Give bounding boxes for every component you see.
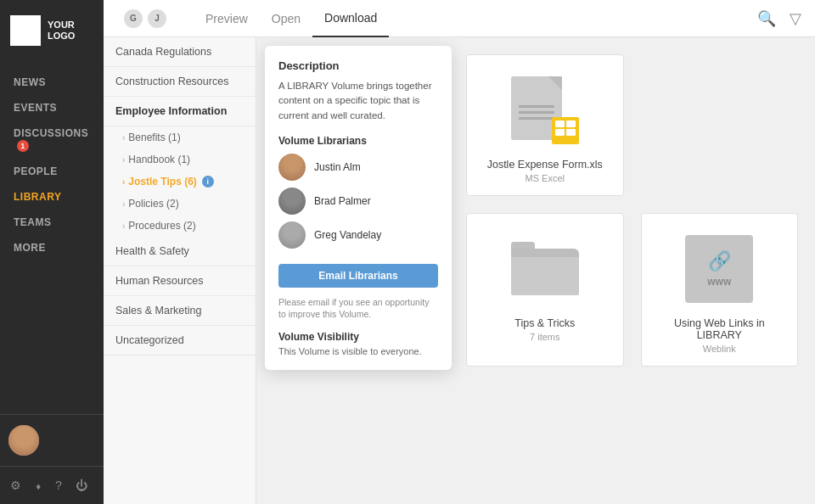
- sidebar-bottom: [0, 414, 104, 466]
- sidebar-item-news[interactable]: NEWS: [0, 70, 104, 95]
- tab-download[interactable]: Download: [312, 0, 389, 37]
- topbar-right: 🔍 ▽: [757, 9, 801, 28]
- logo-box: [10, 15, 41, 46]
- chevron-icon: ›: [122, 155, 125, 165]
- sidebar: YOUR LOGO NEWS EVENTS DISCUSSIONS 1 PEOP…: [0, 0, 104, 504]
- librarian-avatar-brad: [278, 188, 306, 215]
- search-icon[interactable]: 🔍: [757, 9, 776, 28]
- tab-open[interactable]: Open: [260, 0, 312, 37]
- topbar: G J Preview Open Download 🔍 ▽: [104, 0, 815, 37]
- grid-area: Description A LIBRARY Volume brings toge…: [256, 37, 815, 504]
- settings-icon[interactable]: ⚙: [7, 475, 25, 496]
- lib-section-construction[interactable]: Construction Resources: [104, 67, 256, 97]
- popup-description: A LIBRARY Volume brings together content…: [278, 79, 438, 123]
- sidebar-item-library[interactable]: LIBRARY: [0, 184, 104, 210]
- lib-section-uncategorized[interactable]: Uncategorized: [104, 326, 256, 356]
- chevron-icon: ›: [122, 199, 125, 209]
- help-icon[interactable]: ?: [52, 475, 65, 496]
- sidebar-logo: YOUR LOGO: [0, 0, 104, 61]
- lib-section-sales[interactable]: Sales & Marketing: [104, 296, 256, 326]
- sidebar-item-teams[interactable]: TEAMS: [0, 210, 104, 235]
- chevron-icon-active: ›: [122, 177, 125, 187]
- librarians-title: Volume Librarians: [278, 135, 438, 147]
- popup-overlay: Description A LIBRARY Volume brings toge…: [256, 37, 815, 504]
- lib-section-health[interactable]: Health & Safety: [104, 237, 256, 266]
- sidebar-bottom-icons: ⚙ ⬧ ? ⏻: [0, 466, 104, 504]
- logo-text: YOUR LOGO: [48, 20, 93, 42]
- chevron-icon: ›: [122, 133, 125, 143]
- librarian-avatar-justin: [278, 154, 306, 181]
- popup-visibility-text: This Volume is visible to everyone.: [278, 346, 438, 356]
- lib-sub-jostle-tips[interactable]: › Jostle Tips (6) i: [104, 171, 256, 193]
- librarian-row-brad: Brad Palmer: [278, 188, 438, 215]
- sidebar-item-more[interactable]: MORE: [0, 235, 104, 260]
- circle-g[interactable]: G: [124, 9, 143, 28]
- lib-section-employee[interactable]: Employee Information: [104, 97, 256, 126]
- email-librarians-button[interactable]: Email Librarians: [278, 264, 438, 288]
- popup-visibility-title: Volume Visibility: [278, 331, 438, 343]
- librarian-row-greg: Greg Vandelay: [278, 221, 438, 249]
- description-popup: Description A LIBRARY Volume brings toge…: [265, 46, 452, 370]
- librarian-name-greg: Greg Vandelay: [314, 229, 381, 241]
- main-area: G J Preview Open Download 🔍 ▽ Canada Reg…: [104, 0, 815, 504]
- content-area: Canada Regulations Construction Resource…: [104, 37, 815, 504]
- info-icon[interactable]: i: [202, 176, 214, 188]
- chevron-icon: ›: [122, 221, 125, 231]
- tab-preview[interactable]: Preview: [194, 0, 260, 37]
- lib-sub-handbook[interactable]: › Handbook (1): [104, 148, 256, 171]
- sidebar-item-discussions[interactable]: DISCUSSIONS 1: [0, 120, 104, 159]
- sliders-icon[interactable]: ⬧: [31, 475, 45, 496]
- lib-section-hr[interactable]: Human Resources: [104, 266, 256, 296]
- library-nav: Canada Regulations Construction Resource…: [104, 37, 256, 504]
- topbar-nav: Preview Open Download: [194, 0, 737, 37]
- topbar-circles: G J: [117, 9, 173, 28]
- lib-section-canada[interactable]: Canada Regulations: [104, 37, 256, 67]
- lib-sub-procedures[interactable]: › Procedures (2): [104, 215, 256, 237]
- popup-title: Description: [278, 59, 438, 72]
- librarian-name-brad: Brad Palmer: [314, 195, 371, 207]
- circle-j[interactable]: J: [148, 9, 166, 28]
- user-avatar[interactable]: [8, 425, 39, 456]
- popup-note: Please email if you see an opportunity t…: [278, 296, 438, 321]
- sidebar-nav: NEWS EVENTS DISCUSSIONS 1 PEOPLE LIBRARY…: [0, 61, 104, 414]
- filter-icon[interactable]: ▽: [790, 9, 801, 28]
- librarian-name-justin: Justin Alm: [314, 161, 361, 173]
- lib-sub-policies[interactable]: › Policies (2): [104, 193, 256, 215]
- lib-sub-benefits[interactable]: › Benefits (1): [104, 126, 256, 148]
- discussions-badge: 1: [17, 140, 29, 152]
- power-icon[interactable]: ⏻: [72, 475, 91, 496]
- librarian-row-justin: Justin Alm: [278, 154, 438, 181]
- lib-sub-items-employee: › Benefits (1) › Handbook (1) › Jostle T…: [104, 126, 256, 237]
- sidebar-item-people[interactable]: PEOPLE: [0, 159, 104, 184]
- librarian-avatar-greg: [278, 221, 306, 249]
- sidebar-item-events[interactable]: EVENTS: [0, 95, 104, 120]
